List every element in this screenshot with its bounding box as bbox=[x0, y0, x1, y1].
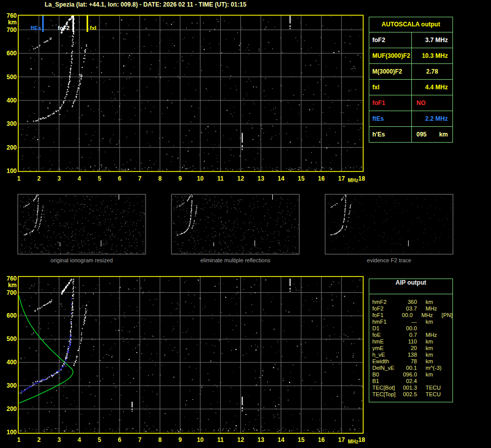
x-tick-label: 8 bbox=[158, 436, 162, 443]
x-tick-label: 5 bbox=[98, 436, 101, 443]
aip-param-unit: km bbox=[426, 371, 448, 378]
x-tick-label: 12 bbox=[237, 436, 244, 443]
aip-rows: hmF2360kmfoF203.7MHzfoF100.0MHz[PN]hmF1-… bbox=[369, 294, 452, 398]
aip-param-unit: m^(-3) bbox=[426, 365, 448, 371]
aip-param-unit: km bbox=[426, 358, 448, 365]
x-tick-label: 9 bbox=[179, 436, 182, 443]
aip-row: foE0.7MHz bbox=[372, 332, 452, 338]
aip-param-value: 78 bbox=[403, 358, 417, 365]
aip-row: hmF2360km bbox=[372, 299, 452, 305]
aip-param-value: 096.0 bbox=[403, 371, 417, 378]
x-tick-label: 18 bbox=[358, 175, 365, 182]
x-tick-label: 10 bbox=[197, 436, 204, 443]
x-tick-label: 12 bbox=[237, 175, 244, 182]
y-tick-label: 760 bbox=[7, 12, 17, 19]
x-tick-label: 14 bbox=[277, 175, 285, 182]
x-tick-label: 1 bbox=[17, 436, 21, 443]
x-tick-label: 3 bbox=[57, 175, 61, 182]
aip-param-unit: km bbox=[426, 345, 448, 352]
thumbnail-caption-original: original ionogram resized bbox=[18, 257, 146, 263]
y-tick-label: 400 bbox=[7, 359, 17, 366]
x-tick-label: 13 bbox=[257, 436, 264, 443]
thumbnail-original bbox=[18, 194, 146, 254]
aip-param-value: 001.3 bbox=[403, 385, 417, 391]
y-tick-label: 300 bbox=[7, 120, 17, 127]
param-value: 4.4 MHz bbox=[412, 80, 452, 95]
thumbnail-no-multiples bbox=[171, 194, 299, 254]
axis-labels: 760700600500400300200100km12345678910111… bbox=[7, 275, 365, 444]
param-label: fxI bbox=[369, 80, 412, 95]
aip-param-value: 00.0 bbox=[403, 325, 417, 332]
aip-row: foF203.7MHz bbox=[372, 305, 452, 312]
aip-param-unit: km bbox=[426, 338, 448, 345]
param-value: 2.78 bbox=[412, 64, 452, 79]
x-tick-label: 15 bbox=[298, 436, 305, 443]
aip-table-title: AIP output bbox=[369, 279, 452, 294]
param-value: NO bbox=[412, 95, 452, 111]
x-tick-label: 7 bbox=[138, 175, 142, 182]
aip-row: D100.0 bbox=[372, 325, 452, 332]
table-row: h'Es 095 km bbox=[369, 127, 452, 142]
ionogram-plot-scaled_ionogram: 760700600500400300200100km12345678910111… bbox=[7, 12, 365, 183]
aip-param-value: 00.0 bbox=[400, 312, 412, 319]
thumbnail-border bbox=[18, 194, 146, 254]
aip-row: ymE20km bbox=[372, 345, 452, 352]
thumbnail-caption-multiples: eliminate multiple reflections bbox=[171, 257, 299, 263]
marker-label-fof2: foF2 bbox=[58, 25, 69, 31]
y-tick-label: 500 bbox=[7, 74, 17, 81]
plot-border bbox=[18, 15, 363, 171]
aip-param-unit: km bbox=[426, 352, 448, 358]
y-tick-label: 100 bbox=[7, 429, 17, 436]
plot-border bbox=[18, 277, 363, 433]
aip-param-label: hmF2 bbox=[372, 299, 403, 305]
aip-row: hmE110km bbox=[372, 338, 452, 345]
table-row: M(3000)F2 2.78 bbox=[369, 64, 452, 80]
x-tick-label: 13 bbox=[257, 175, 264, 182]
x-tick-label: 4 bbox=[78, 436, 81, 443]
x-tick-label: 17 bbox=[338, 175, 345, 182]
thumbnail-caption-f2trace: evidence F2 trace bbox=[325, 257, 453, 263]
aip-param-label: foE bbox=[372, 332, 403, 338]
x-tick-label: 6 bbox=[118, 436, 121, 443]
y-tick-label: 700 bbox=[7, 26, 17, 33]
aip-param-value: 360 bbox=[403, 299, 417, 305]
aip-row: foF100.0MHz[PN] bbox=[372, 312, 452, 319]
y-tick-label: 200 bbox=[7, 405, 17, 412]
param-value: 2.2 MHz bbox=[412, 111, 452, 126]
y-tick-label: 600 bbox=[7, 312, 17, 319]
grid-lines bbox=[18, 277, 363, 433]
x-tick-label: 4 bbox=[78, 175, 81, 182]
aip-param-value: 02.4 bbox=[403, 378, 417, 385]
aip-param-unit bbox=[426, 378, 448, 385]
x-axis-unit: MHz bbox=[348, 178, 359, 183]
aip-param-unit: MHz bbox=[422, 312, 442, 319]
aip-row: Ewidth78km bbox=[372, 358, 452, 365]
aip-param-unit: TECU bbox=[426, 391, 448, 398]
axis-labels: 760700600500400300200100km12345678910111… bbox=[7, 12, 365, 183]
aip-param-unit bbox=[426, 325, 448, 332]
param-value-unit: km bbox=[439, 127, 448, 142]
aip-param-label: Ewidth bbox=[372, 358, 403, 365]
autoscala-table-title: AUTOSCALA output bbox=[369, 17, 452, 32]
aip-param-value: 00.1 bbox=[403, 365, 417, 371]
x-tick-label: 2 bbox=[37, 436, 41, 443]
aip-param-value: 0.7 bbox=[403, 332, 417, 338]
aip-param-label: TEC[Top] bbox=[372, 391, 403, 398]
table-row: ftEs 2.2 MHz bbox=[369, 111, 452, 127]
y-tick-label: 500 bbox=[7, 335, 17, 342]
y-axis-unit: km bbox=[8, 19, 17, 26]
x-tick-label: 14 bbox=[277, 436, 285, 443]
aip-param-unit: MHz bbox=[426, 305, 448, 312]
y-tick-label: 600 bbox=[7, 50, 17, 57]
autoscala-window: 760700600500400300200100km12345678910111… bbox=[0, 0, 491, 448]
aip-param-label: foF1 bbox=[372, 312, 400, 319]
aip-param-value: 110 bbox=[403, 338, 417, 345]
x-tick-label: 3 bbox=[57, 436, 61, 443]
ionogram-plot-ionogram_with_profile: 760700600500400300200100km12345678910111… bbox=[7, 275, 365, 444]
x-tick-label: 18 bbox=[358, 436, 365, 443]
aip-param-label: D1 bbox=[372, 325, 403, 332]
y-axis-unit: km bbox=[8, 282, 17, 289]
aip-param-label: ymE bbox=[372, 345, 403, 352]
x-tick-label: 5 bbox=[98, 175, 101, 182]
aip-param-label: hmF1 bbox=[372, 319, 403, 325]
